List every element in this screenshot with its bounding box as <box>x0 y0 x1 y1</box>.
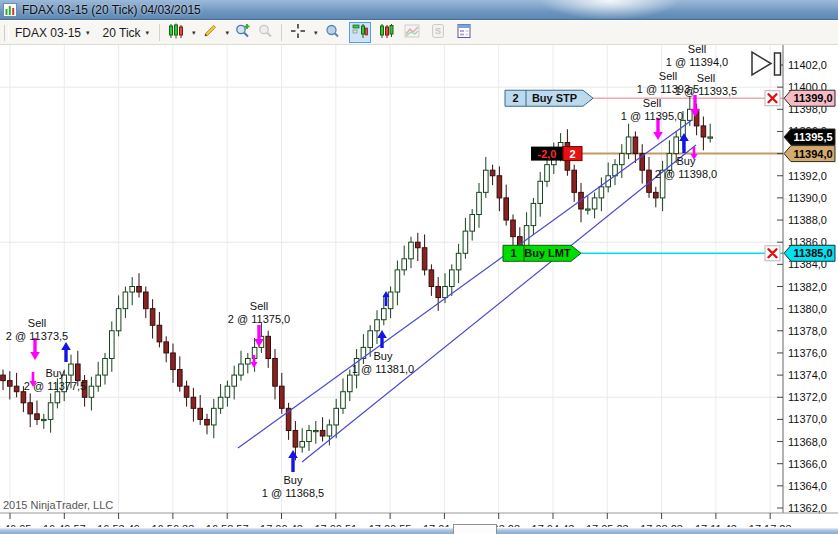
svg-text:S: S <box>435 26 441 36</box>
svg-text:2 @ 11373,5: 2 @ 11373,5 <box>6 330 68 342</box>
toolbar-grip[interactable] <box>4 25 9 41</box>
svg-text:11368,0: 11368,0 <box>788 436 827 448</box>
svg-text:11380,0: 11380,0 <box>788 303 827 315</box>
svg-text:11364,0: 11364,0 <box>788 480 827 492</box>
chart-style-button[interactable] <box>165 22 187 43</box>
buy-arrow-marker <box>61 342 71 362</box>
trade-fill-label: Buy2 @ 11398,0 <box>655 155 717 180</box>
playback-control[interactable] <box>752 52 781 75</box>
svg-text:11362,0: 11362,0 <box>788 502 827 514</box>
svg-text:-2,0: -2,0 <box>538 148 557 160</box>
last-price-tag: 11395,5 <box>784 129 835 145</box>
svg-text:Sell: Sell <box>250 300 268 312</box>
svg-text:Buy: Buy <box>374 350 393 362</box>
toolbar: FDAX 03-15 ▾ 20 Tick ▾ ▾ <box>0 21 838 45</box>
price-axis: 11402,011400,011398,011396,011394,011392… <box>777 45 827 514</box>
svg-text:11392,0: 11392,0 <box>788 170 827 182</box>
svg-text:11394,0: 11394,0 <box>793 148 832 160</box>
candlestick-series <box>1 96 713 460</box>
svg-text:Sell: Sell <box>643 97 661 109</box>
title-bar[interactable]: FDAX 03-15 (20 Tick) 04/03/2015 <box>0 0 838 20</box>
drawing-tools-icon <box>202 23 218 43</box>
trade-fill-label: Buy1 @ 11368,5 <box>262 474 324 499</box>
chevron-down-icon: ▾ <box>86 29 90 37</box>
grid-panel-button[interactable] <box>453 22 475 43</box>
buy-arrow-marker <box>288 450 298 472</box>
buy-limit-order-tag[interactable]: 1Buy LMT <box>503 245 581 261</box>
grid-icon <box>456 23 472 43</box>
toolbar-separator <box>281 24 282 41</box>
window-title: FDAX 03-15 (20 Tick) 04/03/2015 <box>22 3 201 17</box>
svg-text:2: 2 <box>569 148 575 160</box>
bars-panel-button[interactable] <box>375 22 397 43</box>
chart-trader-toggle[interactable] <box>349 22 371 43</box>
zoom-out-icon <box>257 23 273 43</box>
background-window-fragment <box>453 524 497 534</box>
buy-arrow-marker <box>377 330 387 348</box>
position-qty-box[interactable]: 2 <box>563 147 582 161</box>
titlebar-glow <box>540 0 680 20</box>
svg-text:Buy LMT: Buy LMT <box>524 247 571 259</box>
limit-price-tag: 11385,0 <box>784 245 835 261</box>
close-limit-order-button[interactable] <box>765 246 780 261</box>
strategy-report-button[interactable]: S <box>427 22 449 43</box>
svg-text:1 @ 11395,0: 1 @ 11395,0 <box>621 110 683 122</box>
trade-fill-label: Sell2 @ 11373,5 <box>6 317 68 342</box>
svg-text:1 @ 11381,0: 1 @ 11381,0 <box>352 363 414 375</box>
chart-area[interactable]: Sell2 @ 11373,5Buy2 @ 11377,5Sell2 @ 113… <box>0 45 838 534</box>
trade-fill-label: Sell1 @ 11395,0 <box>621 97 683 122</box>
svg-text:Buy: Buy <box>677 155 696 167</box>
entry-price-tag: 11394,0 <box>784 146 835 162</box>
svg-text:Buy STP: Buy STP <box>532 92 577 104</box>
crosshair-icon <box>290 23 306 43</box>
svg-text:Sell: Sell <box>28 317 46 329</box>
chart-style-icon <box>168 23 184 43</box>
line-chart-button[interactable] <box>401 22 423 43</box>
chevron-down-icon: ▾ <box>146 29 150 37</box>
buy-stop-order-tag[interactable]: 2Buy STP <box>505 90 593 106</box>
trend-line[interactable] <box>238 120 692 448</box>
chart-window: FDAX 03-15 (20 Tick) 04/03/2015 FDAX 03-… <box>0 0 838 534</box>
zoom-in-button[interactable] <box>232 22 254 43</box>
svg-text:Sell: Sell <box>697 72 715 84</box>
svg-text:11366,0: 11366,0 <box>788 458 827 470</box>
chevron-down-icon[interactable]: ▾ <box>226 29 230 37</box>
svg-text:Sell: Sell <box>688 45 706 55</box>
svg-text:11388,0: 11388,0 <box>788 214 827 226</box>
data-box-button[interactable] <box>321 22 343 43</box>
svg-text:11402,0: 11402,0 <box>788 59 827 71</box>
line-chart-icon <box>404 23 420 43</box>
trade-fill-label: Sell1 @ 11393,5 <box>675 72 737 97</box>
position-pnl-box: -2,0 <box>531 147 563 161</box>
svg-text:1 @ 11393,5: 1 @ 11393,5 <box>675 85 737 97</box>
interval-label: 20 Tick <box>103 26 141 40</box>
close-stop-order-button[interactable] <box>765 91 780 106</box>
svg-text:1 @ 11394,0: 1 @ 11394,0 <box>666 56 728 68</box>
svg-text:Buy: Buy <box>46 367 65 379</box>
zoom-out-button[interactable] <box>254 22 276 43</box>
chevron-down-icon[interactable]: ▾ <box>192 29 196 37</box>
svg-text:11399,0: 11399,0 <box>793 92 832 104</box>
svg-text:11374,0: 11374,0 <box>788 369 827 381</box>
svg-text:11378,0: 11378,0 <box>788 325 827 337</box>
toolbar-separator <box>159 24 160 41</box>
copyright-text: 2015 NinjaTrader, LLC <box>3 499 113 511</box>
trade-fill-label: Sell1 @ 11394,0 <box>666 45 728 68</box>
crosshair-button[interactable] <box>287 22 309 43</box>
chevron-down-icon[interactable]: ▾ <box>314 29 318 37</box>
instrument-label: FDAX 03-15 <box>15 26 81 40</box>
svg-text:11390,0: 11390,0 <box>788 192 827 204</box>
instrument-selector[interactable]: FDAX 03-15 ▾ <box>13 25 95 41</box>
svg-text:2 @ 11375,0: 2 @ 11375,0 <box>228 313 290 325</box>
svg-text:2: 2 <box>512 92 518 104</box>
zoom-in-icon <box>235 23 251 43</box>
svg-text:1: 1 <box>510 247 516 259</box>
background-window-edge <box>0 527 838 534</box>
svg-text:11395,5: 11395,5 <box>793 131 832 143</box>
strategy-report-icon: S <box>430 23 446 43</box>
bars-icon <box>378 23 394 43</box>
drawing-tools-button[interactable] <box>199 22 221 43</box>
trade-fill-label: Sell2 @ 11375,0 <box>228 300 290 325</box>
interval-selector[interactable]: 20 Tick ▾ <box>101 25 155 41</box>
svg-text:2 @ 11398,0: 2 @ 11398,0 <box>655 168 717 180</box>
